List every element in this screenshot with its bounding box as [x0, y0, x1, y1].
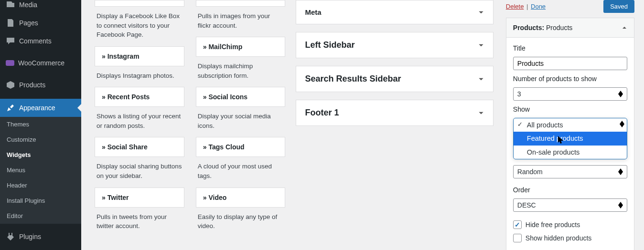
sidebar-item-woocommerce[interactable]: WooCommerce [0, 50, 81, 76]
sidebar-item-label: Media [19, 0, 37, 9]
num-label: Number of products to show [513, 75, 627, 83]
widget-desc: Displays Instagram photos. [95, 66, 184, 87]
appearance-icon [6, 103, 15, 113]
page-icon [6, 18, 15, 28]
widget-card-social-share[interactable]: » Social Share [95, 137, 184, 157]
num-input[interactable]: 3 [513, 87, 627, 101]
widget-card-twitter[interactable]: » Twitter [95, 188, 184, 208]
widget-card-recent-posts[interactable]: » Recent Posts [95, 87, 184, 107]
sidebar-item-appearance[interactable]: Appearance [0, 99, 81, 117]
sidebar-item-comments[interactable]: Comments [0, 32, 81, 50]
sidebar-item-label: Appearance [19, 104, 55, 112]
dropdown-option-onsale[interactable]: On-sale products [514, 146, 627, 159]
sub-themes[interactable]: Themes [0, 117, 81, 132]
widget-card-social-icons[interactable]: » Social Icons [196, 87, 286, 107]
dropdown-option-all[interactable]: All products [514, 118, 627, 132]
caret-down-icon [478, 42, 484, 49]
woo-icon [6, 60, 14, 66]
caret-up-icon [622, 25, 627, 31]
show-dropdown[interactable]: All products Featured products On-sale p… [513, 118, 627, 159]
sidebar-item-pages[interactable]: Pages [0, 14, 81, 32]
products-icon [6, 80, 15, 90]
caret-down-icon [478, 76, 484, 83]
widget-card[interactable] [95, 0, 184, 7]
comment-icon [6, 36, 15, 46]
admin-sidebar: Media Pages Comments WooCommerce Product… [0, 0, 81, 250]
delete-link[interactable]: Delete [506, 3, 524, 10]
area-title: Meta [305, 8, 321, 16]
media-icon [6, 0, 15, 10]
title-input[interactable] [513, 57, 627, 70]
panel-body: Title Number of products to show 3 Show … [506, 38, 634, 250]
sidebar-item-label: Plugins [19, 232, 41, 241]
widget-list-right: Pulls in images from your flickr account… [196, 0, 286, 250]
widget-card-instagram[interactable]: » Instagram [95, 46, 184, 66]
area-title: Left Sidebar [305, 40, 354, 50]
sidebar-item-label: WooCommerce [18, 59, 64, 67]
main-content: Display a Facebook Like Box to connect v… [81, 0, 644, 250]
stepper-icon [620, 121, 624, 127]
widget-desc: Pulls in images from your flickr account… [196, 7, 286, 37]
widget-desc: Display social sharing buttons on your s… [95, 157, 184, 187]
sidebar-item-label: Products [19, 81, 45, 89]
widget-areas: Meta Left Sidebar Search Results Sidebar… [290, 0, 499, 250]
done-link[interactable]: Done [531, 3, 546, 10]
sidebar-submenu: Themes Customize Widgets Menus Header In… [0, 117, 81, 224]
sub-menus[interactable]: Menus [0, 163, 81, 178]
dropdown-option-featured[interactable]: Featured products [514, 132, 627, 145]
widget-card-tags-cloud[interactable]: » Tags Cloud [196, 137, 286, 157]
area-title: Footer 1 [305, 108, 339, 118]
sub-widgets[interactable]: Widgets [0, 147, 81, 163]
area-search-results-sidebar[interactable]: Search Results Sidebar [296, 66, 493, 92]
products-widget-panel: Products: Products Title Number of produ… [506, 18, 634, 250]
caret-down-icon [478, 9, 484, 16]
available-widgets: Display a Facebook Like Box to connect v… [81, 0, 290, 250]
show-hidden-label: Show hidden products [526, 234, 592, 242]
panel-header[interactable]: Products: Products [506, 18, 634, 38]
widget-desc: Displays mailchimp subscription form. [196, 57, 286, 87]
area-meta[interactable]: Meta [296, 0, 493, 24]
stepper-icon [618, 168, 623, 175]
widget-card-video[interactable]: » Video [196, 188, 286, 208]
hide-free-row[interactable]: Hide free products [513, 220, 627, 229]
widget-desc: A cloud of your most used tags. [196, 157, 286, 187]
plugins-icon [6, 232, 15, 241]
widget-settings: Delete | Done Saved Products: Products T… [499, 0, 634, 250]
caret-down-icon [478, 110, 484, 116]
area-footer-1[interactable]: Footer 1 [296, 100, 493, 126]
sub-editor[interactable]: Editor [0, 208, 81, 224]
sidebar-item-plugins[interactable]: Plugins [0, 228, 81, 246]
stepper-icon [618, 202, 623, 208]
sidebar-item-label: Pages [19, 19, 38, 27]
widget-actions: Delete | Done Saved [506, 0, 634, 18]
sidebar-item-media[interactable]: Media [0, 0, 81, 14]
show-hidden-checkbox[interactable] [513, 234, 522, 242]
widget-card[interactable] [196, 0, 286, 7]
widget-list-left: Display a Facebook Like Box to connect v… [95, 0, 184, 250]
order-select[interactable]: DESC [513, 198, 627, 212]
sub-header[interactable]: Header [0, 178, 81, 193]
widget-card-mailchimp[interactable]: » MailChimp [196, 37, 286, 57]
saved-button[interactable]: Saved [603, 0, 634, 13]
area-title: Search Results Sidebar [305, 74, 401, 84]
stepper-icon [618, 91, 623, 97]
area-left-sidebar[interactable]: Left Sidebar [296, 32, 493, 58]
widget-desc: Pulls in tweets from your twitter accoun… [95, 208, 184, 238]
sidebar-item-products[interactable]: Products [0, 76, 81, 94]
show-hidden-row[interactable]: Show hidden products [513, 234, 627, 242]
divider: | [526, 3, 528, 10]
widget-desc: Display a Facebook Like Box to connect v… [95, 7, 184, 46]
sub-install-plugins[interactable]: Install Plugins [0, 193, 81, 208]
hide-free-checkbox[interactable] [513, 220, 522, 229]
show-label: Show [513, 105, 627, 113]
panel-title: Products: Products [513, 24, 572, 31]
sidebar-item-label: Comments [19, 37, 52, 45]
orderby-select[interactable]: Random [513, 165, 627, 178]
widget-desc: Shows a listing of your recent or random… [95, 107, 184, 137]
widget-desc: Easily to display any type of video. [196, 208, 286, 238]
sidebar-item-users[interactable]: Users [0, 246, 81, 250]
order-label: Order [513, 186, 627, 194]
widget-desc: Display your social media icons. [196, 107, 286, 137]
sub-customize[interactable]: Customize [0, 132, 81, 147]
hide-free-label: Hide free products [526, 221, 580, 229]
